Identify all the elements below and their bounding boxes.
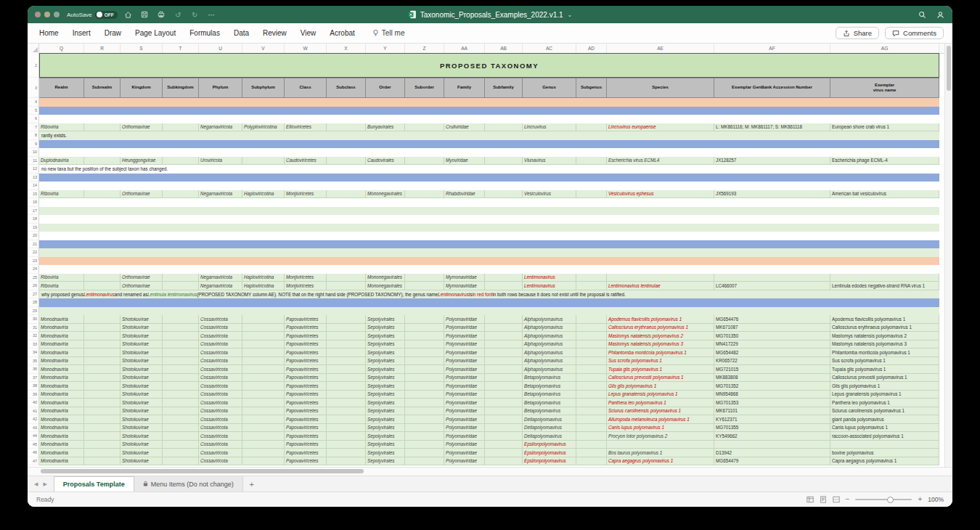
row-number[interactable]: 47: [28, 457, 39, 466]
cell[interactable]: Orthornavirae: [121, 282, 163, 290]
column-header-cell[interactable]: Kingdom: [121, 78, 163, 98]
cell[interactable]: Papovaviricetes: [285, 382, 327, 391]
cell[interactable]: [405, 382, 444, 391]
column-header-s[interactable]: S: [121, 44, 163, 53]
column-header-u[interactable]: U: [199, 44, 242, 53]
cell[interactable]: [405, 332, 444, 341]
empty-cells-band[interactable]: [39, 198, 939, 207]
menu-tab-acrobat[interactable]: Acrobat: [330, 28, 354, 38]
cell[interactable]: Shotokuvirae: [121, 391, 163, 399]
cell[interactable]: [242, 365, 285, 374]
row-number[interactable]: 38: [28, 382, 39, 391]
cell[interactable]: [485, 324, 523, 333]
cell[interactable]: Alphapolyomavirus: [523, 315, 576, 324]
sheet-tab-proposals-template[interactable]: Proposals Template: [54, 476, 134, 492]
cell[interactable]: Tupaia glis polyomavirus 1: [830, 365, 939, 374]
cell[interactable]: Sciurus carolinensis polyomavirus 1: [830, 407, 939, 416]
cell[interactable]: [84, 382, 121, 391]
cell[interactable]: Polyomaviridae: [444, 432, 485, 441]
cell[interactable]: [485, 274, 523, 282]
cell[interactable]: MN954868: [714, 391, 830, 399]
cell[interactable]: Vlunavirus: [523, 157, 576, 166]
cell[interactable]: Heunggongvirae: [121, 157, 163, 166]
cell[interactable]: [485, 157, 523, 166]
cell[interactable]: Monodnaviria: [39, 457, 84, 466]
cell[interactable]: MK671087: [714, 324, 830, 333]
cell[interactable]: Monodnaviria: [39, 332, 84, 341]
cell[interactable]: Shotokuvirae: [121, 415, 163, 424]
cell[interactable]: Sciurus carolinensis polyomavirus 1: [607, 407, 714, 416]
cell[interactable]: Mymonaviridae: [444, 274, 485, 282]
cell[interactable]: [576, 432, 607, 441]
empty-cells-band[interactable]: [39, 224, 939, 232]
cell[interactable]: Cossaviricota: [199, 432, 242, 441]
cell[interactable]: [327, 449, 366, 457]
cell[interactable]: [405, 415, 444, 424]
cell[interactable]: [84, 407, 121, 416]
cell[interactable]: Haploviricotina: [242, 274, 285, 282]
cell[interactable]: Cossaviricota: [199, 441, 242, 449]
cell[interactable]: [242, 332, 285, 341]
column-header-r[interactable]: R: [84, 44, 121, 53]
cell[interactable]: [830, 441, 939, 449]
cell[interactable]: Shotokuvirae: [121, 324, 163, 333]
cell[interactable]: Alphapolyomavirus: [523, 357, 576, 366]
cell[interactable]: [327, 432, 366, 441]
cell[interactable]: Monodnaviria: [39, 415, 84, 424]
row-number[interactable]: 37: [28, 374, 39, 383]
cell[interactable]: [405, 399, 444, 407]
cell[interactable]: [485, 190, 523, 199]
cell[interactable]: Orthornavirae: [121, 274, 163, 282]
row-number[interactable]: 20: [28, 232, 39, 240]
cell[interactable]: Deltapolyomavirus: [523, 432, 576, 441]
cell[interactable]: [84, 315, 121, 324]
cell[interactable]: [327, 457, 366, 466]
empty-cells-band[interactable]: [39, 215, 939, 224]
cell[interactable]: Shotokuvirae: [121, 457, 163, 466]
zoom-slider-knob[interactable]: [887, 497, 894, 503]
empty-cells-band[interactable]: [39, 298, 939, 307]
tell-me-control[interactable]: Tell me: [372, 29, 405, 37]
cell[interactable]: Papovaviricetes: [285, 449, 327, 457]
column-header-cell[interactable]: Family: [444, 78, 485, 98]
cell[interactable]: [485, 424, 523, 433]
cell[interactable]: [607, 274, 714, 282]
cell[interactable]: MG701352: [714, 382, 830, 391]
normal-view-icon[interactable]: [807, 496, 814, 503]
row-number[interactable]: 40: [28, 399, 39, 407]
cell[interactable]: Polyomaviridae: [444, 332, 485, 341]
cell[interactable]: Procyon lotor polyomavirus 2: [607, 432, 714, 441]
row-number[interactable]: 6: [28, 115, 39, 123]
cell[interactable]: [327, 123, 366, 132]
cell[interactable]: [485, 365, 523, 374]
cell[interactable]: Shotokuvirae: [121, 399, 163, 407]
search-icon[interactable]: [918, 10, 927, 20]
row-number[interactable]: 9: [28, 140, 39, 149]
cell[interactable]: Papovaviricetes: [285, 415, 327, 424]
column-header-cell[interactable]: Subphylum: [242, 78, 285, 98]
cell[interactable]: [242, 449, 285, 457]
column-header-cell[interactable]: Realm: [39, 78, 84, 98]
cell[interactable]: Sepolyvirales: [366, 324, 405, 333]
cell[interactable]: [485, 399, 523, 407]
cell[interactable]: [576, 382, 607, 391]
cell[interactable]: Mononegavirales: [366, 190, 405, 199]
cell[interactable]: Sepolyvirales: [366, 374, 405, 383]
cell[interactable]: [576, 457, 607, 466]
cell[interactable]: [84, 357, 121, 366]
cell[interactable]: Negarnaviricota: [199, 190, 242, 199]
empty-cells-band[interactable]: [39, 148, 939, 157]
cell[interactable]: [163, 391, 199, 399]
cell[interactable]: MK883808: [714, 374, 830, 383]
horizontal-scrollbar[interactable]: [28, 467, 952, 476]
cell[interactable]: Cossaviricota: [199, 374, 242, 383]
cell[interactable]: Glis glis polyomavirus 1: [830, 382, 939, 391]
cell[interactable]: Haploviricotina: [242, 282, 285, 290]
cell[interactable]: [485, 341, 523, 349]
cell[interactable]: [405, 315, 444, 324]
print-icon[interactable]: [157, 10, 166, 20]
cell[interactable]: MG654482: [714, 348, 830, 357]
cell[interactable]: [163, 332, 199, 341]
cell[interactable]: [607, 441, 714, 449]
cell[interactable]: MG721015: [714, 365, 830, 374]
